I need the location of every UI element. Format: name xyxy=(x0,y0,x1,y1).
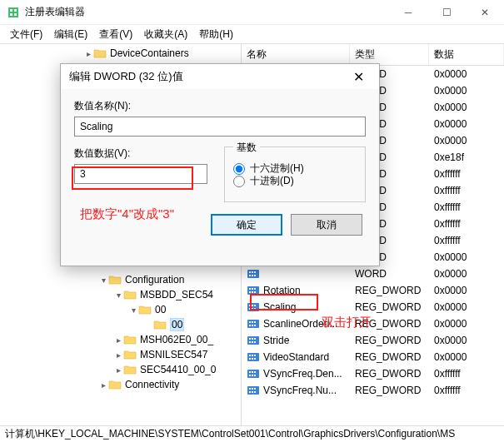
radio-dec-label: 十进制(D) xyxy=(250,174,294,188)
svg-rect-116 xyxy=(254,325,256,326)
window-titlebar: 注册表编辑器 ─ ☐ ✕ xyxy=(0,0,504,25)
expand-icon[interactable]: ▸ xyxy=(113,365,123,375)
svg-rect-113 xyxy=(254,321,256,323)
statusbar-path: 计算机\HKEY_LOCAL_MACHINE\SYSTEM\ControlSet… xyxy=(5,427,455,441)
tree-item[interactable]: ▸ Connectivity xyxy=(0,377,241,392)
value-data: 0xffffff xyxy=(429,234,504,247)
tree-item[interactable]: ▾ 00 xyxy=(0,302,241,317)
list-row[interactable]: StrideREG_DWORD0x0000 xyxy=(242,332,504,349)
column-type[interactable]: 类型 xyxy=(350,44,429,65)
minimize-button[interactable]: ─ xyxy=(389,0,427,25)
svg-rect-4 xyxy=(14,13,17,16)
list-row[interactable]: RotationREG_DWORD0x0000 xyxy=(242,282,504,299)
collapse-icon[interactable]: ▾ xyxy=(98,276,108,285)
value-data: 0x0000 xyxy=(429,284,504,297)
tree-item-selected[interactable]: 00 xyxy=(0,317,241,332)
maximize-button[interactable]: ☐ xyxy=(427,0,466,25)
list-row[interactable]: ScalingREG_DWORD0x0000 xyxy=(242,299,504,315)
value-data: 0x0000 xyxy=(429,251,504,264)
svg-rect-117 xyxy=(247,336,259,345)
value-name-input[interactable] xyxy=(74,117,366,137)
dword-icon xyxy=(247,368,260,380)
tree-item[interactable]: ▸ DeviceContainers xyxy=(0,46,241,61)
svg-rect-95 xyxy=(254,275,256,276)
svg-rect-132 xyxy=(249,371,251,373)
radio-dec[interactable] xyxy=(233,176,245,187)
tree-item[interactable]: ▸ SEC54410_00_0 xyxy=(0,362,241,377)
list-row[interactable]: ScanlineOrderi...REG_DWORD0x0000 xyxy=(242,315,504,332)
svg-rect-92 xyxy=(254,271,256,273)
radio-hex[interactable] xyxy=(233,163,245,175)
tree-item[interactable]: ▸ MSH062E0_00_ xyxy=(0,332,241,347)
value-name: ScanlineOrderi... xyxy=(263,318,337,330)
value-data: 0x0000 xyxy=(429,317,504,330)
value-name: Rotation xyxy=(263,285,301,296)
value-data: 0xe18f xyxy=(429,151,504,164)
svg-rect-1 xyxy=(10,9,12,12)
column-data[interactable]: 数据 xyxy=(429,44,504,65)
close-button[interactable]: ✕ xyxy=(466,0,504,25)
value-name: VideoStandard xyxy=(263,351,329,363)
svg-rect-89 xyxy=(247,270,259,278)
svg-rect-142 xyxy=(249,391,251,393)
value-data: 0x0000 xyxy=(429,67,504,81)
menu-edit[interactable]: 编辑(E) xyxy=(49,26,92,43)
svg-rect-109 xyxy=(254,308,256,310)
svg-rect-141 xyxy=(254,388,256,390)
svg-rect-128 xyxy=(249,358,251,360)
menu-favorites[interactable]: 收藏夹(A) xyxy=(139,26,192,43)
svg-rect-2 xyxy=(14,9,17,12)
tree-item[interactable]: ▸ MSNILSEC547 xyxy=(0,347,241,362)
list-row[interactable]: VideoStandardREG_DWORD0x0000 xyxy=(242,349,504,365)
tree-label: MSH062E0_00_ xyxy=(140,334,213,345)
svg-rect-123 xyxy=(254,341,256,343)
list-row[interactable]: WORD0x0000 xyxy=(242,266,504,282)
svg-rect-101 xyxy=(252,291,253,293)
menubar: 文件(F) 编辑(E) 查看(V) 收藏夹(A) 帮助(H) xyxy=(0,25,504,43)
value-data: 0x0000 xyxy=(429,101,504,114)
expand-icon[interactable]: ▸ xyxy=(83,49,93,58)
value-name: Stride xyxy=(263,335,289,346)
list-row[interactable]: VSyncFreq.Den...REG_DWORD0xffffff xyxy=(242,365,504,382)
tree-label: Connectivity xyxy=(125,379,179,390)
svg-rect-97 xyxy=(249,288,251,290)
cancel-button[interactable]: 取消 xyxy=(291,214,362,236)
value-data: 0x0000 xyxy=(429,350,504,364)
svg-rect-99 xyxy=(254,288,256,290)
collapse-icon[interactable]: ▾ xyxy=(128,305,138,315)
tree-label: DeviceContainers xyxy=(110,47,189,59)
tree-item[interactable]: ▾ MSBDD_SEC54 xyxy=(0,287,241,302)
svg-rect-3 xyxy=(10,13,12,16)
value-data: 0xffffff xyxy=(429,167,504,181)
value-data: 0x0000 xyxy=(429,267,504,281)
menu-view[interactable]: 查看(V) xyxy=(94,26,137,43)
list-row[interactable]: VSyncFreq.Nu...REG_DWORD0xffffff xyxy=(242,382,504,399)
folder-icon xyxy=(123,289,137,300)
collapse-icon[interactable]: ▾ xyxy=(113,291,123,300)
svg-rect-98 xyxy=(252,288,253,290)
svg-rect-127 xyxy=(254,355,256,356)
menu-file[interactable]: 文件(F) xyxy=(5,26,47,43)
svg-rect-110 xyxy=(247,320,259,328)
ok-button[interactable]: 确定 xyxy=(211,214,282,236)
dialog-close-icon[interactable]: ✕ xyxy=(346,69,371,85)
folder-icon xyxy=(93,47,107,59)
svg-rect-90 xyxy=(249,271,251,273)
svg-rect-105 xyxy=(252,305,253,306)
tree-item[interactable]: ▾ Configuration xyxy=(0,272,241,287)
expand-icon[interactable]: ▸ xyxy=(113,350,123,360)
expand-icon[interactable]: ▸ xyxy=(113,335,123,345)
value-data: 0x0000 xyxy=(429,300,504,314)
column-name[interactable]: 名称 xyxy=(242,44,350,65)
folder-icon xyxy=(123,334,137,345)
svg-rect-138 xyxy=(247,386,259,395)
expand-icon[interactable]: ▸ xyxy=(98,380,108,390)
dword-icon xyxy=(247,285,260,296)
value-name-label: 数值名称(N): xyxy=(74,99,366,113)
value-data-input[interactable] xyxy=(74,164,207,184)
value-data: 0xffffff xyxy=(429,384,504,397)
menu-help[interactable]: 帮助(H) xyxy=(194,26,238,43)
app-icon xyxy=(7,6,20,19)
value-type: REG_DWORD xyxy=(350,334,429,347)
svg-rect-136 xyxy=(252,375,253,376)
